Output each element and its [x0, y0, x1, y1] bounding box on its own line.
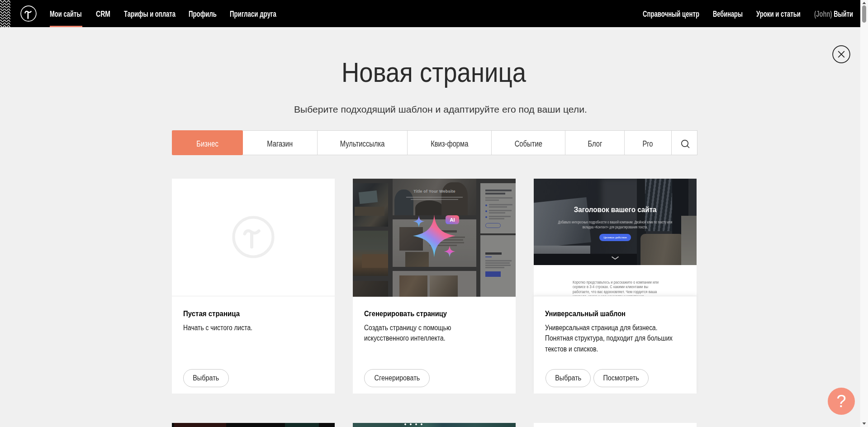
svg-text:AI: AI	[450, 217, 455, 223]
